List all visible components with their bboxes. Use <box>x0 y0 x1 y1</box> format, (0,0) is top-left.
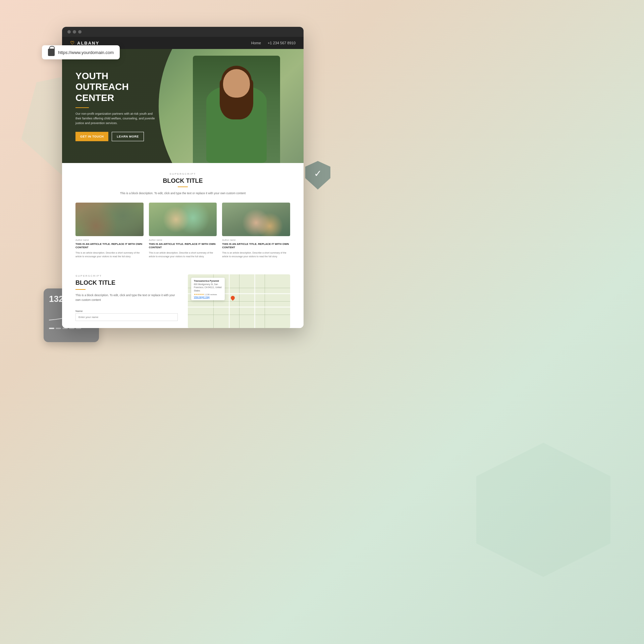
article-3-excerpt: This is an article description. Describe… <box>222 251 290 258</box>
articles-grid: Author name THIS IS AN ARTICLE TITLE. RE… <box>75 203 290 259</box>
hero-title: YOUTH OUTREACH CENTER <box>75 71 156 103</box>
hero-person-image <box>183 49 290 163</box>
url-text: https://www.yourdomain.com <box>58 50 114 55</box>
map-road-h-2 <box>188 307 290 308</box>
form-name-label: Name <box>75 310 83 313</box>
block1-title: BLOCK TITLE <box>75 177 290 184</box>
hero-section: YOUTH OUTREACH CENTER Our non-profit org… <box>62 49 304 163</box>
url-bar: https://www.yourdomain.com <box>42 45 120 59</box>
site-logo: ♡ ALBANY <box>70 40 99 46</box>
article-3-author: Author name <box>222 239 290 241</box>
article-2-excerpt: This is an article description. Describe… <box>149 251 217 258</box>
article-card-3: Author name THIS IS AN ARTICLE TITLE. RE… <box>222 203 290 259</box>
block2-title-underline <box>75 289 86 290</box>
shield-badge: ✓ <box>305 161 330 190</box>
browser-dot-green <box>78 30 82 34</box>
stats-dot-2 <box>56 328 61 329</box>
block2-description: This is a block description. To edit, cl… <box>75 293 178 302</box>
article-1-title: THIS IS AN ARTICLE TITLE. REPLACE IT WIT… <box>75 243 144 250</box>
map-pin <box>230 295 236 301</box>
block2-superscript: SUPERSCRIPT <box>75 274 178 277</box>
block1-description: This is a block description. To edit, cl… <box>116 191 250 196</box>
article-2-author: Author name <box>149 239 217 241</box>
nav-home[interactable]: Home <box>251 41 261 45</box>
map-vline-2 <box>239 274 239 328</box>
block1-superscript: SUPERSCRIPT <box>75 172 290 175</box>
map-road-v-1 <box>229 274 230 328</box>
hero-description: Our non-profit organization partners wit… <box>75 111 156 126</box>
map-road-v-2 <box>254 274 255 328</box>
nav-links: Home +1 234 567 8910 <box>251 41 296 45</box>
hero-buttons: GET IN TOUCH LEARN MORE <box>75 132 156 141</box>
browser-chrome <box>62 27 304 37</box>
block2-section: SUPERSCRIPT BLOCK TITLE This is a block … <box>62 268 304 328</box>
learn-more-button[interactable]: LEARN MORE <box>112 132 144 141</box>
dog-image <box>222 203 290 236</box>
bg-decorative-shape-2 <box>476 443 610 577</box>
article-3-title: THIS IS AN ARTICLE TITLE. REPLACE IT WIT… <box>222 243 290 250</box>
block2-text: SUPERSCRIPT BLOCK TITLE This is a block … <box>75 274 178 328</box>
map-container: Transamerica Pyramid 600 Montgomery St, … <box>188 274 290 328</box>
nav-phone[interactable]: +1 234 567 8910 <box>268 41 296 45</box>
article-image-3 <box>222 203 290 236</box>
get-in-touch-button[interactable]: GET IN TOUCH <box>75 132 108 141</box>
article-1-author: Author name <box>75 239 144 241</box>
map-view-link[interactable]: View larger map <box>194 296 222 298</box>
site-logo-text: ALBANY <box>77 41 99 46</box>
map-info-title: Transamerica Pyramid <box>194 280 222 282</box>
browser-dot-yellow <box>73 30 76 34</box>
article-image-1 <box>75 203 144 236</box>
map-stars: ★★★★★ <box>194 293 204 296</box>
talking-image <box>149 203 217 236</box>
hero-content: YOUTH OUTREACH CENTER Our non-profit org… <box>62 71 169 141</box>
form-name-input[interactable] <box>75 313 178 321</box>
browser-dots <box>67 30 82 34</box>
heart-icon: ♡ <box>70 40 75 46</box>
block1-title-underline <box>178 186 188 187</box>
stats-dot-1 <box>49 328 54 329</box>
map-info-box: Transamerica Pyramid 600 Montgomery St, … <box>191 278 225 300</box>
shield-check-icon: ✓ <box>314 168 322 179</box>
hero-title-underline <box>75 107 89 108</box>
lock-icon <box>48 49 55 56</box>
article-image-2 <box>149 203 217 236</box>
browser-window: ♡ ALBANY Home +1 234 567 8910 <box>62 27 304 328</box>
article-card-1: Author name THIS IS AN ARTICLE TITLE. RE… <box>75 203 144 259</box>
map-vline-3 <box>265 274 265 328</box>
block1-section: SUPERSCRIPT BLOCK TITLE This is a block … <box>62 163 304 268</box>
article-1-excerpt: This is an article description. Describe… <box>75 251 144 258</box>
elephant-image <box>75 203 144 236</box>
article-card-2: Author name THIS IS AN ARTICLE TITLE. RE… <box>149 203 217 259</box>
browser-dot-red <box>67 30 71 34</box>
block2-title: BLOCK TITLE <box>75 279 178 286</box>
article-2-title: THIS IS AN ARTICLE TITLE. REPLACE IT WIT… <box>149 243 217 250</box>
map-info-address: 600 Montgomery St, San Francisco, CA 941… <box>194 283 222 292</box>
map-reviews: 1,136 reviews <box>205 293 217 296</box>
